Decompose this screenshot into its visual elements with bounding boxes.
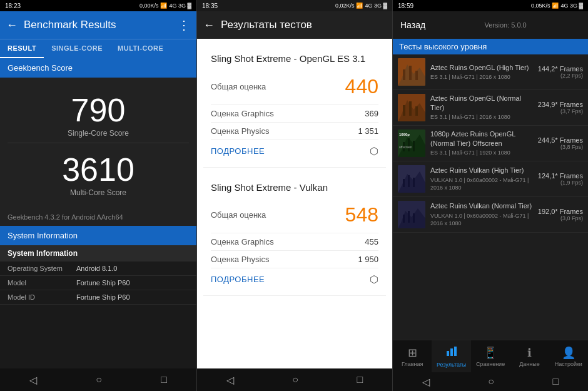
test-frames-0: 144,2* Frames xyxy=(538,65,583,73)
tab-main[interactable]: ⊞ Главная xyxy=(393,340,432,372)
bench-total-value-vulkan: 548 xyxy=(345,203,378,226)
time-1: 18:23 xyxy=(5,3,21,9)
system-info-table: System Information Operating System Andr… xyxy=(0,245,196,305)
app-title-2: Результаты тестов xyxy=(221,19,386,31)
tab-results[interactable]: Результаты xyxy=(432,340,470,372)
bench-card-opengl: Sling Shot Extreme - OpenGL ES 3.1 Общая… xyxy=(203,45,386,168)
svg-rect-21 xyxy=(413,178,415,187)
test-item-4[interactable]: Aztec Ruins Vulkan (Normal Tier) VULKAN … xyxy=(393,197,588,233)
nav-recents-1[interactable]: □ xyxy=(161,374,167,385)
tab-data[interactable]: ℹ Данные xyxy=(510,340,549,372)
svg-rect-7 xyxy=(403,105,405,116)
score-label-bar: Geekbench Score xyxy=(0,58,196,78)
test-thumb-1 xyxy=(398,94,425,121)
bench-graphics-value-vulkan: 455 xyxy=(365,237,378,246)
test-fps-2: (3,8 Fps) xyxy=(538,144,583,150)
tabs-bar-1: RESULT SINGLE-CORE MULTI-CORE xyxy=(0,39,196,58)
svg-rect-19 xyxy=(403,179,405,187)
bench-physics-value-opengl: 1 351 xyxy=(358,126,378,136)
svg-rect-24 xyxy=(403,215,405,223)
bench-graphics-label-vulkan: Оценка Graphics xyxy=(211,237,274,246)
svg-rect-26 xyxy=(413,213,415,223)
test-result-1: 234,9* Frames (3,7 Fps) xyxy=(538,101,583,114)
test-fps-1: (3,7 Fps) xyxy=(538,108,583,114)
results-label: Результаты xyxy=(437,362,466,368)
tab-result[interactable]: RESULT xyxy=(0,39,44,58)
test-details-3: VULKAN 1.0 | 0x60a00002 - Mali-G71 | 201… xyxy=(430,176,533,192)
bench-content: Sling Shot Extreme - OpenGL ES 3.1 Общая… xyxy=(197,39,392,368)
nav-recents-3[interactable]: □ xyxy=(553,376,559,387)
tab-single-core[interactable]: SINGLE-CORE xyxy=(44,39,110,58)
svg-rect-28 xyxy=(450,348,453,356)
status-bar-1: 18:23 0,00K/s 📶 4G 3G ▓ xyxy=(0,0,196,11)
bench-card-title-opengl: Sling Shot Extreme - OpenGL ES 3.1 xyxy=(211,53,378,65)
test-name-4: Aztec Ruins Vulkan (Normal Tier) xyxy=(430,201,533,210)
nav-home-3[interactable]: ○ xyxy=(488,376,494,387)
status-bar-2: 18:35 0,02K/s 📶 4G 3G ▓ xyxy=(197,0,392,11)
data-icon: ℹ xyxy=(527,346,532,360)
nav-back-1[interactable]: ◁ xyxy=(29,374,37,386)
test-details-4: VULKAN 1.0 | 0x60a00002 - Mali-G71 | 201… xyxy=(430,212,533,228)
info-key-model: Model xyxy=(8,279,76,287)
bench-graphics-row-vulkan: Оценка Graphics 455 xyxy=(211,233,378,251)
bench-total-row-opengl: Общая оценка 440 xyxy=(211,73,378,105)
settings-icon: 👤 xyxy=(562,346,575,360)
test-item-0[interactable]: Aztec Ruins OpenGL (High Tier) ES 3.1 | … xyxy=(393,54,588,90)
info-value-model: Fortune Ship P60 xyxy=(76,279,130,287)
bench-graphics-value-opengl: 369 xyxy=(365,109,378,118)
tab-compare[interactable]: 📱 Сравнение xyxy=(471,340,510,372)
main-icon: ⊞ xyxy=(408,346,417,360)
nav-back-3[interactable]: ◁ xyxy=(422,376,430,388)
status-bar-3: 18:59 0,05K/s 📶 4G 3G ▓ xyxy=(393,0,588,11)
svg-rect-4 xyxy=(415,71,418,80)
more-icon-1[interactable]: ⋮ xyxy=(178,18,190,33)
back-icon-1[interactable]: ← xyxy=(6,19,18,32)
test-fps-3: (1,9 Fps) xyxy=(538,180,583,186)
share-icon-vulkan[interactable]: ⬡ xyxy=(370,273,378,285)
test-item-1[interactable]: Aztec Ruins OpenGL (Normal Tier) ES 3.1 … xyxy=(393,90,588,126)
bench-physics-row-opengl: Оценка Physics 1 351 xyxy=(211,123,378,140)
bench-physics-label-opengl: Оценка Physics xyxy=(211,126,269,136)
back-icon-2[interactable]: ← xyxy=(203,19,215,32)
nav-bar-1: ◁ ○ □ xyxy=(0,368,196,391)
multi-core-score: 3610 xyxy=(6,153,190,186)
info-key-modelid: Model ID xyxy=(8,293,76,301)
test-frames-3: 124,1* Frames xyxy=(538,172,583,180)
score-section: 790 Single-Core Score 3610 Multi-Core Sc… xyxy=(0,78,196,208)
bench-total-label-vulkan: Общая оценка xyxy=(211,210,266,220)
bench-details-label-vulkan[interactable]: ПОДРОБНЕЕ xyxy=(211,275,265,284)
share-icon-opengl[interactable]: ⬡ xyxy=(370,145,378,157)
bench-details-label-opengl[interactable]: ПОДРОБНЕЕ xyxy=(211,146,265,156)
panel3-back[interactable]: Назад xyxy=(400,20,425,30)
test-fps-0: (2,2 Fps) xyxy=(538,73,583,79)
nav-home-1[interactable]: ○ xyxy=(96,374,102,385)
geekbench-version: Geekbench 4.3.2 for Android AArch64 xyxy=(0,208,196,226)
nav-home-2[interactable]: ○ xyxy=(292,374,298,385)
panel3-header: Назад Version: 5.0.0 xyxy=(393,11,588,39)
data-label: Данные xyxy=(519,361,540,367)
3dmark-panel: 18:35 0,02K/s 📶 4G 3G ▓ ← Результаты тес… xyxy=(196,0,393,391)
tab-settings[interactable]: 👤 Настройки xyxy=(549,340,588,372)
test-result-3: 124,1* Frames (1,9 Fps) xyxy=(538,172,583,186)
single-core-score: 790 xyxy=(6,94,190,126)
panel3-version: Version: 5.0.0 xyxy=(430,21,580,29)
test-thumb-0 xyxy=(398,58,425,86)
svg-rect-8 xyxy=(409,101,412,116)
nav-back-2[interactable]: ◁ xyxy=(226,374,234,386)
nav-recents-2[interactable]: □ xyxy=(357,374,363,385)
test-item-3[interactable]: Aztec Ruins Vulkan (High Tier) VULKAN 1.… xyxy=(393,161,588,197)
info-value-os: Android 8.1.0 xyxy=(76,265,117,272)
nav-bar-3: ◁ ○ □ xyxy=(393,372,588,391)
test-name-1: Aztec Ruins OpenGL (Normal Tier) xyxy=(430,94,533,112)
bench-total-label-opengl: Общая оценка xyxy=(211,82,266,91)
single-core-desc: Single-Core Score xyxy=(6,129,190,138)
compare-label: Сравнение xyxy=(476,361,505,367)
gfx-panel: 18:59 0,05K/s 📶 4G 3G ▓ Назад Version: 5… xyxy=(393,0,588,391)
test-name-0: Aztec Ruins OpenGL (High Tier) xyxy=(430,63,533,72)
test-item-2[interactable]: 1080p offscreen 1080p Aztec Ruins OpenGL… xyxy=(393,126,588,161)
svg-rect-14 xyxy=(413,141,415,151)
info-row-os: Operating System Android 8.1.0 xyxy=(0,262,196,276)
info-key-os: Operating System xyxy=(8,265,76,272)
tab-multi-core[interactable]: MULTI-CORE xyxy=(110,39,171,58)
app-header-1: ← Benchmark Results ⋮ xyxy=(0,11,196,39)
